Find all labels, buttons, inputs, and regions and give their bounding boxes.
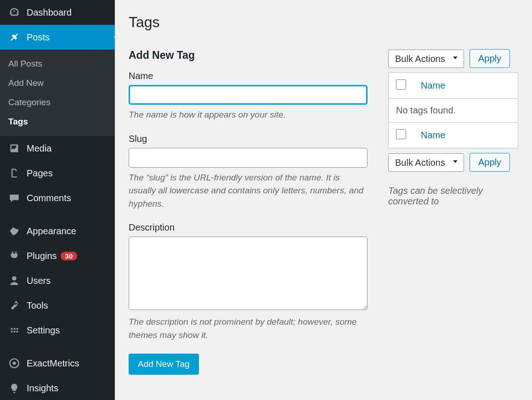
sidebar-subitem-categories[interactable]: Categories — [0, 93, 115, 112]
sidebar-item-pages[interactable]: Pages — [0, 161, 115, 186]
sidebar-label-insights: Insights — [27, 383, 58, 394]
slug-hint: The “slug” is the URL-friendly version o… — [129, 171, 368, 211]
admin-sidebar: Dashboard Posts All Posts Add New Catego… — [0, 0, 115, 400]
plugins-update-badge: 30 — [61, 252, 78, 260]
tags-list-column: Bulk Actions Apply Name N — [388, 49, 518, 375]
sidebar-item-plugins[interactable]: Plugins 30 — [0, 243, 115, 268]
appearance-icon — [8, 225, 20, 237]
name-label: Name — [129, 71, 368, 81]
name-input[interactable] — [129, 85, 368, 105]
select-all-checkbox-bottom[interactable] — [396, 129, 406, 139]
add-new-tag-button[interactable]: Add New Tag — [129, 354, 199, 375]
users-icon — [8, 275, 20, 287]
comments-icon — [8, 192, 20, 204]
description-input[interactable] — [129, 237, 368, 310]
table-row-empty: No tags found. — [389, 99, 518, 123]
description-hint: The description is not prominent by defa… — [129, 315, 368, 342]
tags-table: Name No tags found. Name — [388, 73, 518, 148]
no-tags-message: No tags found. — [389, 99, 518, 123]
media-icon — [8, 142, 20, 154]
bulk-actions-select-top[interactable]: Bulk Actions — [388, 50, 464, 68]
sidebar-label-media: Media — [27, 143, 51, 154]
plugins-icon — [8, 250, 20, 262]
sidebar-item-media[interactable]: Media — [0, 136, 115, 161]
sidebar-label-users: Users — [27, 276, 51, 286]
insights-icon — [8, 382, 20, 394]
settings-icon — [8, 324, 20, 336]
pin-icon — [8, 31, 20, 43]
sidebar-subitem-add-new[interactable]: Add New — [0, 73, 115, 93]
sidebar-item-comments[interactable]: Comments — [0, 186, 115, 210]
name-hint: The name is how it appears on your site. — [129, 108, 368, 122]
sidebar-subitem-tags[interactable]: Tags — [0, 112, 115, 131]
sidebar-label-exactmetrics: ExactMetrics — [27, 358, 79, 369]
separator — [0, 343, 115, 351]
sidebar-label-comments: Comments — [27, 193, 71, 203]
sidebar-label-tools: Tools — [27, 300, 48, 311]
sidebar-label-plugins: Plugins — [27, 251, 57, 261]
sidebar-label-pages: Pages — [27, 168, 53, 179]
sidebar-label-dashboard: Dashboard — [27, 7, 72, 18]
description-label: Description — [129, 222, 368, 233]
footer-note: Tags can be selectively converted to — [388, 186, 518, 207]
sidebar-item-tools[interactable]: Tools — [0, 293, 115, 318]
sidebar-item-posts[interactable]: Posts — [0, 25, 115, 50]
posts-submenu: All Posts Add New Categories Tags — [0, 50, 115, 136]
apply-button-bottom[interactable]: Apply — [470, 153, 510, 172]
sidebar-item-settings[interactable]: Settings — [0, 318, 115, 343]
sidebar-item-dashboard[interactable]: Dashboard — [0, 0, 115, 25]
main-content: Tags Add New Tag Name The name is how it… — [115, 0, 532, 400]
sidebar-item-users[interactable]: Users — [0, 268, 115, 293]
sidebar-label-settings: Settings — [27, 325, 60, 336]
svg-point-1 — [12, 361, 16, 365]
sidebar-subitem-all-posts[interactable]: All Posts — [0, 54, 115, 73]
sidebar-label-appearance: Appearance — [27, 226, 76, 237]
form-heading: Add New Tag — [129, 49, 368, 62]
tools-icon — [8, 299, 20, 311]
column-header-name[interactable]: Name — [413, 73, 518, 99]
dashboard-icon — [8, 6, 20, 18]
apply-button-top[interactable]: Apply — [470, 49, 510, 68]
page-title: Tags — [129, 14, 518, 31]
bulk-actions-select-bottom[interactable]: Bulk Actions — [388, 153, 464, 172]
column-footer-name[interactable]: Name — [413, 123, 518, 148]
pages-icon — [8, 167, 20, 179]
sidebar-item-exactmetrics[interactable]: ExactMetrics — [0, 351, 115, 376]
exactmetrics-icon — [8, 357, 20, 369]
add-tag-form: Add New Tag Name The name is how it appe… — [129, 49, 368, 375]
sidebar-item-appearance[interactable]: Appearance — [0, 219, 115, 243]
slug-label: Slug — [129, 134, 368, 144]
sidebar-item-insights[interactable]: Insights — [0, 376, 115, 400]
slug-input[interactable] — [129, 148, 368, 168]
separator — [0, 210, 115, 219]
select-all-checkbox-top[interactable] — [396, 79, 406, 90]
sidebar-label-posts: Posts — [27, 32, 50, 43]
